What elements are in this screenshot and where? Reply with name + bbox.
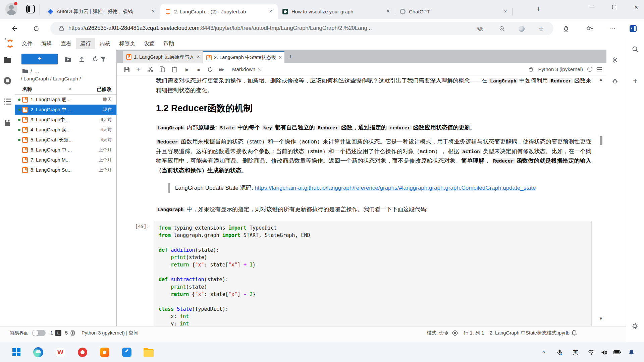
run-cell-icon[interactable]: ▶ <box>183 65 191 73</box>
new-launcher-button[interactable]: + <box>21 54 58 64</box>
favorite-star-icon[interactable]: ☆ <box>537 24 545 33</box>
tray-chevron-icon[interactable]: ^ <box>538 342 549 362</box>
more-menu-icon[interactable]: ··· <box>608 23 618 34</box>
trust-shield-icon[interactable] <box>452 329 458 337</box>
sidebar-add-icon[interactable]: + <box>631 76 640 85</box>
stop-kernel-icon[interactable]: ■ <box>195 65 203 73</box>
edge-taskbar-icon[interactable] <box>31 345 46 360</box>
tab-close-icon[interactable]: × <box>279 55 282 61</box>
new-folder-icon[interactable] <box>64 55 72 63</box>
battery-icon[interactable] <box>610 342 624 362</box>
file-row[interactable]: 4. LangGraph 实...4天前 <box>15 125 116 135</box>
notebook-tab[interactable]: 2. LangGraph 中State状态模× <box>203 51 284 63</box>
menu-item-2[interactable]: 编辑 <box>37 38 56 49</box>
toolbar-overflow-icon[interactable] <box>597 67 602 71</box>
table-of-contents-icon[interactable] <box>3 97 12 106</box>
notebook-tab[interactable]: 1. LangGraph 底层原理与入× <box>123 51 203 63</box>
column-name[interactable]: 名称 <box>22 86 32 93</box>
file-row[interactable]: 8. LangGraph Su...上个月 <box>15 165 116 175</box>
file-row[interactable]: 3. LangGraph中...6天前 <box>15 115 116 125</box>
scroll-up-icon[interactable]: ▲ <box>599 77 603 82</box>
kernels-count[interactable]: 5 <box>65 329 68 337</box>
file-explorer-taskbar-icon[interactable] <box>141 345 156 360</box>
simple-mode-toggle[interactable] <box>32 329 46 337</box>
lock-icon[interactable] <box>57 24 66 33</box>
file-browser-icon[interactable] <box>3 56 12 64</box>
terminals-count[interactable]: 1 <box>50 329 53 337</box>
wps-taskbar-icon[interactable]: W <box>53 345 68 360</box>
tab-workspaces-icon[interactable] <box>26 5 35 13</box>
scrollbar-thumb[interactable] <box>600 136 602 145</box>
breadcrumb-path[interactable]: / LangGraph / LangGraph / <box>21 76 81 81</box>
menu-item-5[interactable]: 内核 <box>95 38 115 49</box>
debugger-panel-icon[interactable] <box>610 76 619 85</box>
tab-close-icon[interactable]: × <box>197 54 200 60</box>
running-kernels-icon[interactable] <box>3 76 12 85</box>
breadcrumb[interactable]: / … <box>22 68 39 74</box>
extensions-puzzle-icon[interactable] <box>561 23 571 34</box>
zoom-out-icon[interactable] <box>498 24 506 33</box>
restart-run-all-icon[interactable]: ▶▶ <box>217 65 225 73</box>
cursor-position[interactable]: 行 1, 列 1 <box>464 329 484 337</box>
scroll-down-icon[interactable]: ▼ <box>599 316 603 321</box>
link[interactable]: https://langchain-ai.github.io/langgraph… <box>255 185 536 191</box>
sidebar-search-icon[interactable] <box>631 45 640 54</box>
copy-cell-icon[interactable] <box>158 65 166 73</box>
orange-app-taskbar-icon[interactable] <box>97 345 112 360</box>
extensions-manager-icon[interactable] <box>3 119 12 127</box>
refresh-files-icon[interactable] <box>91 55 99 63</box>
kernel-status-icon[interactable] <box>587 67 592 72</box>
sidebar-settings-gear-icon[interactable] <box>631 322 640 330</box>
refresh-button[interactable] <box>31 23 42 34</box>
tab-close-icon[interactable]: × <box>502 8 509 15</box>
speaker-icon[interactable] <box>598 342 610 362</box>
menu-item-8[interactable]: 帮助 <box>159 38 178 49</box>
voice-input-icon[interactable] <box>553 342 566 362</box>
tab-close-icon[interactable]: × <box>150 8 157 15</box>
statusbar-filename[interactable]: 2. LangGraph 中State状态模式.ipynb <box>490 329 570 337</box>
file-row[interactable]: 2. LangGraph 中...现在 <box>15 105 116 115</box>
url-text[interactable]: https://a262535-af01-28d481a3.cqa1.seeta… <box>68 25 481 31</box>
save-icon[interactable] <box>123 65 131 73</box>
new-tab-button[interactable]: + <box>534 5 543 14</box>
window-minimize-button[interactable] <box>584 0 600 14</box>
menu-item-7[interactable]: 设置 <box>140 38 159 49</box>
ime-indicator[interactable]: 英 <box>570 342 582 362</box>
red-app-taskbar-icon[interactable] <box>75 345 90 360</box>
debugger-bug-icon[interactable] <box>528 66 534 72</box>
browser-tab[interactable]: ChatGPT× <box>395 4 513 19</box>
kernel-name[interactable]: Python 3 (ipykernel) <box>538 66 583 72</box>
property-inspector-gear-icon[interactable] <box>610 56 619 64</box>
cut-cell-icon[interactable] <box>146 65 154 73</box>
file-row[interactable]: 5. LangGrah 长短...4天前 <box>15 135 116 145</box>
window-maximize-button[interactable] <box>606 0 622 14</box>
translate-icon[interactable]: aあ <box>476 24 484 33</box>
upload-icon[interactable] <box>78 55 86 63</box>
menu-item-1[interactable]: 文件 <box>17 38 37 49</box>
menu-item-6[interactable]: 标签页 <box>115 38 140 49</box>
wifi-icon[interactable] <box>585 342 598 362</box>
cell-type-select[interactable]: Markdown <box>230 65 264 74</box>
terminal-icon[interactable]: $_ <box>55 329 61 337</box>
notes-app-taskbar-icon[interactable] <box>119 345 134 360</box>
window-close-button[interactable]: × <box>629 0 644 14</box>
filter-files-icon[interactable] <box>99 55 107 63</box>
file-row[interactable]: 6. LangGraph 中 ...上个月 <box>15 145 116 155</box>
kernel-status-text[interactable]: Python 3 (ipykernel) | 空闲 <box>82 329 139 337</box>
notification-bell-icon[interactable] <box>625 342 638 362</box>
paste-cell-icon[interactable] <box>170 65 178 73</box>
copilot-sidebar-icon[interactable] <box>628 23 638 34</box>
menu-item-4[interactable]: 运行 <box>76 38 95 49</box>
extension-badge-icon[interactable] <box>517 24 526 33</box>
sort-ascending-icon[interactable]: ▲ <box>68 86 72 90</box>
add-cell-icon[interactable]: + <box>134 65 142 73</box>
tab-close-icon[interactable]: × <box>384 8 392 15</box>
breadcrumb-ellipsis[interactable]: … <box>34 68 39 74</box>
favorites-bar-icon[interactable] <box>585 23 595 34</box>
windows-start-icon[interactable] <box>9 345 24 360</box>
bell-icon[interactable] <box>572 329 577 337</box>
breadcrumb-root[interactable]: / <box>31 68 32 74</box>
tab-close-icon[interactable]: × <box>267 8 274 15</box>
file-row[interactable]: 1. LangGraph 底...昨天 <box>15 95 116 105</box>
address-bar[interactable]: https://a262535-af01-28d481a3.cqa1.seeta… <box>50 22 553 35</box>
